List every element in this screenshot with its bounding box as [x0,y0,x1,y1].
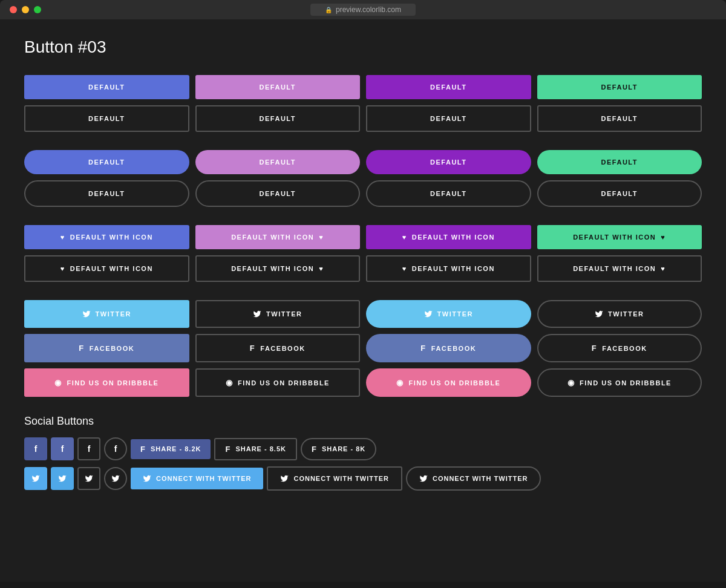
default-outlined-2[interactable]: DEFAULT [195,105,361,132]
heart-icon-5 [60,265,65,272]
heart-icon-2 [319,234,324,241]
section-pill-buttons: DEFAULT DEFAULT DEFAULT DEFAULT DEFAULT … [24,150,702,207]
default-lavender-pill[interactable]: DEFAULT [195,150,361,174]
default-outlined-1[interactable]: DEFAULT [24,105,189,132]
default-outlined-pill-3[interactable]: DEFAULT [366,180,531,207]
fb-share-icon-1: f [140,445,146,454]
tw-icon-btn-outline1[interactable] [77,467,100,490]
tw-icon-1 [31,474,40,483]
default-outlined-pill-4[interactable]: DEFAULT [537,180,702,207]
twitter-buttons-row: TWITTER TWITTER TWITTER TWITTER [24,300,702,328]
heart-icon-3 [402,234,407,241]
minimize-button[interactable] [22,6,29,13]
default-purple-pill[interactable]: DEFAULT [366,150,531,174]
facebook-share-row: f f f f f SHARE - 8.2K f SHARE - 8.5K f … [24,437,702,460]
section-social-share-buttons: Social Buttons f f f f f SHARE - 8.2K f … [24,415,702,491]
default-green-pill[interactable]: DEFAULT [537,150,702,174]
drb-icon-1: ◉ [54,378,62,387]
tw-icon-3 [85,474,93,483]
section-social-media-buttons: TWITTER TWITTER TWITTER TWITTER f FACEBO… [24,300,702,397]
default-purple-filled[interactable]: DEFAULT [366,75,531,99]
section-square-buttons: DEFAULT DEFAULT DEFAULT DEFAULT DEFAULT … [24,75,702,132]
url-bar: preview.colorlib.com [310,4,416,16]
icon-outlined-4[interactable]: DEFAULT WITH ICON [537,255,702,282]
dribbble-outline-btn[interactable]: ◉ FIND US ON DRIBBBLE [195,368,361,397]
default-green-filled[interactable]: DEFAULT [537,75,702,99]
tw-connect-icon-1 [143,474,151,483]
icon-buttons-outlined: DEFAULT WITH ICON DEFAULT WITH ICON DEFA… [24,255,702,282]
heart-icon-4 [661,234,666,241]
twitter-solid-btn[interactable]: TWITTER [24,300,189,328]
fb-icon-btn-dark[interactable]: f [24,437,47,460]
fb-icon-2: f [250,344,255,353]
dribbble-pill-outline-btn[interactable]: ◉ FIND US ON DRIBBBLE [537,368,702,397]
window-chrome: preview.colorlib.com [0,0,726,19]
dribbble-solid-btn[interactable]: ◉ FIND US ON DRIBBBLE [24,368,189,397]
facebook-buttons-row: f FACEBOOK f FACEBOOK f FACEBOOK f FACEB… [24,334,702,362]
fb-icon-3: f [420,344,426,353]
connect-twitter-3[interactable]: CONNECT WITH TWITTER [406,466,541,491]
default-outlined-3[interactable]: DEFAULT [366,105,531,132]
section-icon-buttons: DEFAULT WITH ICON DEFAULT WITH ICON DEFA… [24,225,702,282]
maximize-button[interactable] [34,6,41,13]
facebook-pill-outline-btn[interactable]: f FACEBOOK [537,334,702,362]
close-button[interactable] [10,6,17,13]
default-blue-filled[interactable]: DEFAULT [24,75,189,99]
facebook-pill-btn[interactable]: f FACEBOOK [366,334,531,362]
default-blue-pill[interactable]: DEFAULT [24,150,189,174]
heart-icon-7 [402,265,407,272]
tw-connect-icon-2 [280,474,289,483]
url-text: preview.colorlib.com [336,5,401,14]
default-lavender-filled[interactable]: DEFAULT [195,75,361,99]
tw-icon-btn-blue[interactable] [24,467,47,490]
facebook-outline-btn[interactable]: f FACEBOOK [195,334,361,362]
icon-blue-filled[interactable]: DEFAULT WITH ICON [24,225,189,249]
heart-icon-8 [661,265,666,272]
connect-twitter-1[interactable]: CONNECT WITH TWITTER [131,468,263,489]
fb-icon-btn-outline2[interactable]: f [104,437,127,460]
icon-outlined-1[interactable]: DEFAULT WITH ICON [24,255,189,282]
twitter-pill-btn[interactable]: TWITTER [366,300,531,328]
social-section-title: Social Buttons [24,415,702,428]
icon-purple-filled[interactable]: DEFAULT WITH ICON [366,225,531,249]
twitter-bird-icon-1 [82,310,91,318]
icon-buttons-filled: DEFAULT WITH ICON DEFAULT WITH ICON DEFA… [24,225,702,249]
tw-icon-btn-outline2[interactable] [104,467,127,490]
tw-icon-4 [111,474,120,483]
icon-outlined-3[interactable]: DEFAULT WITH ICON [366,255,531,282]
heart-icon-1 [60,234,65,241]
connect-twitter-2[interactable]: CONNECT WITH TWITTER [267,466,402,491]
tw-icon-btn-medium[interactable] [51,467,74,490]
tw-icon-2 [58,474,67,483]
default-outlined-pill-1[interactable]: DEFAULT [24,180,189,207]
page-title: Button #03 [24,38,702,57]
fb-share-icon-2: f [225,445,231,454]
fb-share-icon-3: f [312,445,317,454]
twitter-pill-outline-btn[interactable]: TWITTER [537,300,702,328]
drb-icon-2: ◉ [226,378,234,387]
fb-icon-btn-medium[interactable]: f [51,437,74,460]
drb-icon-3: ◉ [396,378,404,387]
icon-green-filled[interactable]: DEFAULT WITH ICON [537,225,702,249]
heart-icon-6 [319,265,324,272]
icon-outlined-2[interactable]: DEFAULT WITH ICON [195,255,361,282]
twitter-outline-btn[interactable]: TWITTER [195,300,361,328]
icon-lavender-filled[interactable]: DEFAULT WITH ICON [195,225,361,249]
filled-buttons-row2: DEFAULT DEFAULT DEFAULT DEFAULT [24,150,702,174]
outlined-buttons-row1: DEFAULT DEFAULT DEFAULT DEFAULT [24,105,702,132]
window-body: Button #03 DEFAULT DEFAULT DEFAULT DEFAU… [0,19,726,582]
share-8k2-btn[interactable]: f SHARE - 8.2K [131,439,211,459]
facebook-solid-btn[interactable]: f FACEBOOK [24,334,189,362]
twitter-bird-icon-2 [253,310,261,318]
share-8k-btn[interactable]: f SHARE - 8K [301,438,376,460]
outlined-buttons-row2: DEFAULT DEFAULT DEFAULT DEFAULT [24,180,702,207]
twitter-connect-row: CONNECT WITH TWITTER CONNECT WITH TWITTE… [24,466,702,491]
share-8k5-btn[interactable]: f SHARE - 8.5K [214,438,296,460]
twitter-bird-icon-3 [424,310,433,318]
default-outlined-4[interactable]: DEFAULT [537,105,702,132]
default-outlined-pill-2[interactable]: DEFAULT [195,180,361,207]
fb-icon-4: f [592,344,597,353]
tw-connect-icon-3 [419,474,428,483]
dribbble-pill-btn[interactable]: ◉ FIND US ON DRIBBBLE [366,368,531,397]
fb-icon-btn-outline1[interactable]: f [77,437,100,460]
